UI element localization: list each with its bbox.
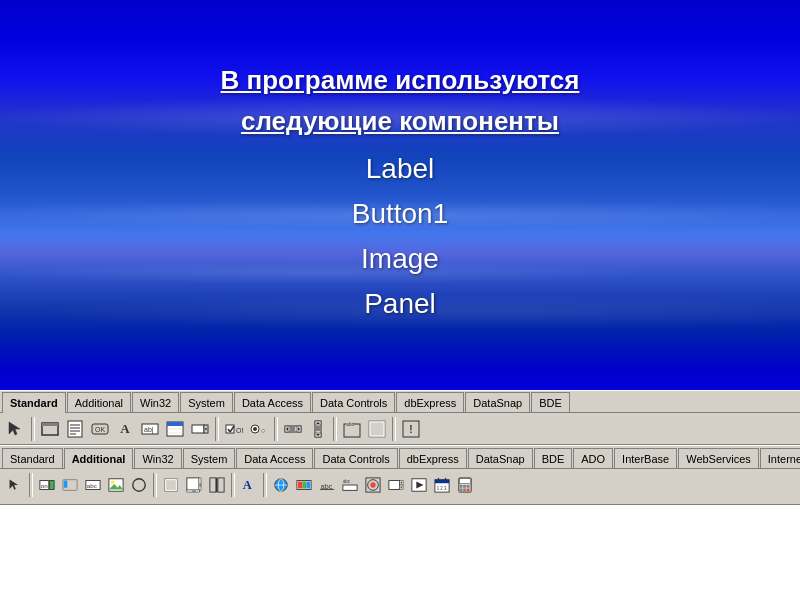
- hscrollbar-btn[interactable]: [281, 417, 305, 441]
- tab-bde-2[interactable]: BDE: [534, 448, 573, 468]
- tab-datasnap-1[interactable]: DataSnap: [465, 392, 530, 412]
- label-btn[interactable]: A: [113, 417, 137, 441]
- svg-rect-31: [290, 427, 295, 431]
- dbtext-icon: abc: [319, 477, 335, 493]
- statlabel-btn[interactable]: A: [238, 474, 260, 496]
- svg-marker-0: [9, 422, 20, 435]
- tab-datacontrols-2[interactable]: Data Controls: [314, 448, 397, 468]
- tab-standard-2[interactable]: Standard: [2, 448, 63, 468]
- dbtext-btn[interactable]: abc: [316, 474, 338, 496]
- slide-content: В программе используются следующие компо…: [221, 64, 580, 327]
- imgchk-icon: on: [39, 477, 55, 493]
- cursor-icon: [7, 420, 25, 438]
- svg-text:○: ○: [261, 427, 265, 434]
- cursor-icon-2: [8, 478, 22, 492]
- svg-rect-101: [467, 489, 470, 492]
- maskedit-btn[interactable]: abc: [82, 474, 104, 496]
- toolbar-tabs-row-2: Standard Additional Win32 System Data Ac…: [0, 446, 800, 468]
- svg-rect-78: [343, 485, 357, 490]
- spinedit-btn[interactable]: [385, 474, 407, 496]
- splitter-btn[interactable]: [206, 474, 228, 496]
- toolbar-palette-1: Standard Additional Win32 System Data Ac…: [0, 390, 800, 445]
- svg-text:abc: abc: [343, 479, 351, 484]
- tab-datasnap-2[interactable]: DataSnap: [468, 448, 533, 468]
- chart-btn[interactable]: [270, 474, 292, 496]
- image-btn[interactable]: [105, 474, 127, 496]
- sep-4: [333, 417, 337, 441]
- sep-2-2: [153, 473, 157, 497]
- scrollbox-btn[interactable]: [183, 474, 205, 496]
- datepicker-btn[interactable]: 1 2 3: [431, 474, 453, 496]
- tab-webservices-2[interactable]: WebServices: [678, 448, 759, 468]
- actionlist-btn[interactable]: !: [399, 417, 423, 441]
- tab-additional-1[interactable]: Additional: [67, 392, 131, 412]
- memo-btn[interactable]: [63, 417, 87, 441]
- listbox-icon: [166, 420, 184, 438]
- listbox-btn[interactable]: [163, 417, 187, 441]
- tab-win32-2[interactable]: Win32: [134, 448, 181, 468]
- shape-icon: [131, 477, 147, 493]
- bitbtn-btn[interactable]: [59, 474, 81, 496]
- vscrollbar-icon: [309, 420, 327, 438]
- combobox-btn[interactable]: [188, 417, 212, 441]
- imgchk-btn[interactable]: on: [36, 474, 58, 496]
- tab-dbexpress-2[interactable]: dbExpress: [399, 448, 467, 468]
- groupbox-btn[interactable]: abc: [340, 417, 364, 441]
- svg-rect-50: [64, 481, 68, 488]
- animate-btn[interactable]: [408, 474, 430, 496]
- cursor-tool-btn[interactable]: [4, 417, 28, 441]
- svg-rect-58: [166, 480, 177, 491]
- radio-icon: ○: [250, 420, 268, 438]
- calc-btn[interactable]: [454, 474, 476, 496]
- svg-text:1 2 3: 1 2 3: [437, 486, 447, 491]
- intro-text-1: В программе используются: [221, 64, 580, 98]
- animate-icon: [411, 477, 427, 493]
- tab-datacontrols-1[interactable]: Data Controls: [312, 392, 395, 412]
- svg-rect-64: [210, 478, 216, 492]
- tab-bde-1[interactable]: BDE: [531, 392, 570, 412]
- tab-dataaccess-2[interactable]: Data Access: [236, 448, 313, 468]
- bevel-btn[interactable]: [160, 474, 182, 496]
- tab-additional-2[interactable]: Additional: [64, 448, 134, 469]
- sep-2-4: [263, 473, 267, 497]
- colorgrid-btn[interactable]: [362, 474, 384, 496]
- checkbox-btn[interactable]: ON: [222, 417, 246, 441]
- colorbox-btn[interactable]: [293, 474, 315, 496]
- radio-btn[interactable]: ○: [247, 417, 271, 441]
- svg-rect-2: [42, 423, 58, 426]
- svg-rect-97: [463, 485, 466, 488]
- tab-interbase-2[interactable]: InterBase: [614, 448, 677, 468]
- button-btn[interactable]: OK: [88, 417, 112, 441]
- svg-point-54: [111, 481, 115, 485]
- sep-2-3: [231, 473, 235, 497]
- svg-rect-13: [167, 422, 183, 426]
- component-button: Button1: [221, 192, 580, 237]
- frame-icon: [41, 420, 59, 438]
- tab-system-2[interactable]: System: [183, 448, 236, 468]
- svg-rect-72: [298, 481, 302, 488]
- memo-icon: [66, 420, 84, 438]
- shape-btn[interactable]: [128, 474, 150, 496]
- tab-win32-1[interactable]: Win32: [132, 392, 179, 412]
- groupbox-icon: abc: [343, 420, 361, 438]
- toolbar-palette-2: Standard Additional Win32 System Data Ac…: [0, 445, 800, 505]
- datepicker-icon: 1 2 3: [434, 477, 450, 493]
- svg-point-56: [133, 479, 145, 491]
- tab-standard-1[interactable]: Standard: [2, 392, 66, 413]
- tab-ado-2[interactable]: ADO: [573, 448, 613, 468]
- tab-dbexpress-1[interactable]: dbExpress: [396, 392, 464, 412]
- tab-dataaccess-1[interactable]: Data Access: [234, 392, 311, 412]
- svg-rect-95: [460, 479, 471, 483]
- cursor-tool-btn-2[interactable]: [4, 474, 26, 496]
- frame-btn[interactable]: [38, 417, 62, 441]
- vscrollbar-btn[interactable]: [306, 417, 330, 441]
- bitbtn-icon: [62, 477, 78, 493]
- tab-system-1[interactable]: System: [180, 392, 233, 412]
- svg-rect-62: [199, 483, 201, 487]
- edit-btn[interactable]: ab|: [138, 417, 162, 441]
- svg-text:!: !: [409, 424, 412, 435]
- tab-internetex-2[interactable]: InternetEx: [760, 448, 800, 468]
- svg-rect-37: [316, 426, 320, 431]
- panel-btn[interactable]: [365, 417, 389, 441]
- labelededit-btn[interactable]: abc: [339, 474, 361, 496]
